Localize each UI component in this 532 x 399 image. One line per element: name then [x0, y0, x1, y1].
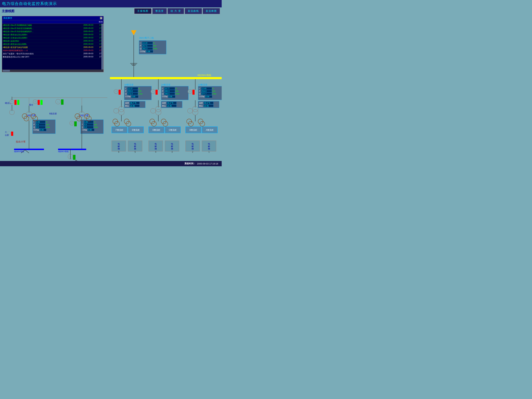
svg-text:A: A [94, 121, 95, 123]
event-col-time: 时间 [99, 21, 103, 23]
nav-btn-zhengliu[interactable]: 整流变 [152, 8, 167, 14]
nav-buttons: 主接线图 整流变 动 力 变 直流曲线 直流棒图 [134, 8, 220, 14]
page-subtitle: 主接线图 [2, 9, 134, 13]
event-close-button[interactable]: x [100, 17, 102, 19]
svg-rect-195 [40, 100, 43, 105]
svg-text:Q: Q [199, 93, 201, 95]
svg-text:20    档: 20 档 [167, 105, 172, 107]
svg-text:解: 解 [171, 145, 173, 148]
list-item: #整流变-调变油位高位报警H 2005-09-03 17 [2, 33, 103, 36]
svg-text:D整流柜: D整流柜 [152, 129, 160, 131]
svg-text:254.8: 254.8 [202, 90, 207, 92]
svg-text:Q: Q [162, 93, 164, 95]
svg-text:0.0: 0.0 [84, 126, 87, 128]
list-item: #动6kV跳闸回路断返回——0 2005-09-03 17 [2, 49, 103, 52]
svg-text:解: 解 [155, 145, 157, 148]
svg-rect-256 [73, 155, 76, 160]
svg-text:P: P [162, 90, 163, 92]
svg-text:6: 6 [118, 151, 120, 153]
svg-text:I段6KV母线: I段6KV母线 [14, 150, 24, 152]
list-item: #整流变-调变油位低位报警L 2005-09-03 17 [2, 43, 103, 46]
svg-rect-194 [38, 100, 40, 105]
svg-text:282.3: 282.3 [142, 48, 147, 50]
svg-text:R: R [115, 91, 117, 93]
svg-text:277.7: 277.7 [202, 93, 207, 95]
svg-text:285.9: 285.9 [165, 90, 170, 92]
nav-btn-zhujiexiantu[interactable]: 主接线图 [134, 8, 152, 14]
svg-text:Q: Q [140, 48, 141, 50]
svg-text:L: L [8, 132, 9, 134]
svg-text:kVar: kVar [153, 48, 157, 50]
svg-text:kW: kW [139, 90, 142, 92]
svg-text:46.6 ℃: 46.6 ℃ [204, 102, 210, 104]
svg-text:0.98: 0.98 [146, 50, 150, 52]
svg-text:A: A [153, 42, 155, 44]
svg-rect-199 [61, 99, 63, 105]
svg-text:解: 解 [208, 145, 210, 148]
svg-text:R: R [152, 91, 154, 93]
svg-text:0.85: 0.85 [132, 95, 135, 98]
svg-text:0.0: 0.0 [84, 124, 87, 126]
svg-rect-235 [74, 121, 77, 126]
svg-rect-29 [119, 90, 121, 95]
svg-text:kVar: kVar [46, 126, 50, 128]
svg-text:P: P [33, 124, 35, 126]
nav-btn-dongli[interactable]: 动 力 变 [167, 8, 184, 14]
svg-text:I: I [125, 88, 126, 89]
nav-btn-zhiliuquxian[interactable]: 直流曲线 [185, 8, 202, 14]
svg-text:I: I [199, 88, 200, 89]
svg-text:A: A [176, 88, 177, 89]
svg-text:255.8: 255.8 [128, 90, 133, 92]
svg-text:kW: kW [94, 124, 97, 126]
list-item: #整流变-35kv开关柜断路器已储能 2005-09-03 17 [2, 24, 103, 27]
svg-text:A: A [213, 88, 214, 89]
svg-text:槽: 槽 [155, 148, 157, 150]
svg-text:拉出小车: 拉出小车 [16, 140, 26, 143]
svg-text:解: 解 [134, 145, 136, 148]
nav-btn-zhiliubangtu[interactable]: 直流棒图 [203, 8, 220, 14]
svg-text:P: P [199, 90, 200, 92]
svg-text:Q: Q [125, 93, 127, 95]
system-time-value: 2005-09-03 17:19:18 [197, 162, 218, 165]
svg-text:kVar: kVar [139, 93, 142, 95]
svg-text:35KV离子二线: 35KV离子二线 [139, 37, 154, 39]
svg-text:kVar: kVar [94, 126, 98, 128]
svg-text:解: 解 [118, 145, 120, 148]
svg-text:1: 1 [209, 151, 210, 153]
svg-text:COSφ: COSφ [82, 129, 87, 131]
svg-text:P: P [140, 45, 141, 47]
svg-text:2: 2 [192, 151, 193, 153]
list-item: 演示厂站遥控：母分开关分命令发出 2005-09-03 17 [2, 52, 103, 55]
svg-text:槽: 槽 [171, 148, 173, 150]
svg-text:13.19: 13.19 [142, 42, 147, 44]
list-item: 断路器状态HELLO1,I AM OFF! 2005-09-03 17 [2, 55, 103, 59]
status-bar: 系统时间： 2005-09-03 17:19:18 [0, 161, 222, 166]
list-item: #整流变-变压器气体信号报警 2005-09-03 17 [2, 46, 103, 49]
svg-text:电: 电 [208, 143, 210, 145]
svg-rect-186 [14, 100, 17, 105]
svg-text:B整流柜: B整流柜 [190, 129, 197, 131]
list-item: #整流变-主体油位高位报警H 2005-09-03 17 [2, 36, 103, 40]
svg-text:0.00: 0.00 [88, 129, 92, 131]
svg-text:R: R [34, 101, 36, 103]
svg-text:槽: 槽 [118, 148, 120, 150]
svg-text:0.99: 0.99 [205, 95, 209, 98]
svg-text:0.0: 0.0 [36, 126, 39, 128]
svg-text:电: 电 [134, 143, 136, 145]
svg-text:温度: 温度 [162, 102, 166, 104]
svg-text:COSφ: COSφ [125, 95, 131, 97]
svg-text:0.95: 0.95 [169, 95, 172, 98]
svg-text:3: 3 [171, 151, 173, 153]
svg-text:槽: 槽 [208, 148, 210, 150]
svg-text:10.77: 10.77 [165, 88, 170, 89]
list-item: #整流变-35kv开关柜变压器侧隔离... 2005-09-03 17 [2, 27, 103, 30]
svg-rect-1 [110, 77, 222, 79]
svg-text:5: 5 [135, 151, 136, 153]
svg-text:C整流柜: C整流柜 [169, 129, 177, 131]
svg-text:电: 电 [155, 143, 157, 145]
svg-rect-228 [14, 149, 44, 150]
svg-text:COSφ: COSφ [140, 50, 145, 52]
svg-text:kVar: kVar [213, 93, 216, 95]
svg-rect-225 [11, 132, 13, 136]
svg-text:II段35KV母线: II段35KV母线 [197, 74, 211, 76]
